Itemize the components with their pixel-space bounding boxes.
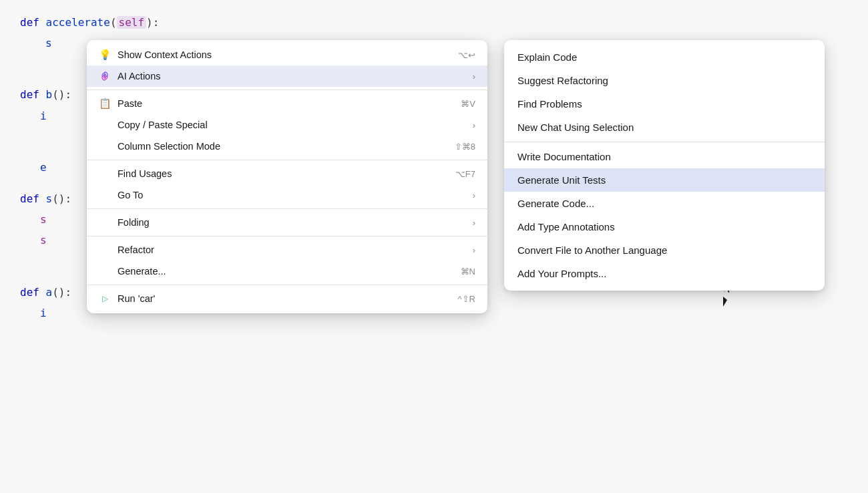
- menu-item-paste[interactable]: 📋 Paste ⌘V: [87, 93, 487, 114]
- run-car-shortcut: ^⇧R: [458, 294, 476, 304]
- explain-code-label: Explain Code: [517, 51, 577, 63]
- add-type-annotations-label: Add Type Annotations: [517, 221, 615, 232]
- copy-paste-special-label: Copy / Paste Special: [118, 120, 461, 130]
- menu-item-find-usages[interactable]: Find Usages ⌥F7: [87, 163, 487, 184]
- menu-item-column-selection[interactable]: Column Selection Mode ⇧⌘8: [87, 136, 487, 157]
- ai-actions-submenu: Explain Code Suggest Refactoring Find Pr…: [504, 40, 825, 291]
- folding-label: Folding: [118, 217, 461, 228]
- menu-item-copy-paste-special[interactable]: Copy / Paste Special ›: [87, 114, 487, 136]
- submenu-item-generate-unit-tests[interactable]: Generate Unit Tests: [504, 168, 825, 192]
- convert-file-label: Convert File to Another Language: [517, 244, 667, 256]
- menu-item-ai-actions[interactable]: AI Actions ›: [87, 65, 487, 87]
- submenu-item-suggest-refactoring[interactable]: Suggest Refactoring: [504, 69, 825, 92]
- separator-2: [87, 160, 487, 160]
- generate-code-label: Generate Code...: [517, 198, 594, 209]
- suggest-refactoring-label: Suggest Refactoring: [517, 75, 608, 86]
- separator-1: [87, 90, 487, 90]
- add-prompts-label: Add Your Prompts...: [517, 268, 606, 279]
- column-selection-label: Column Selection Mode: [118, 141, 448, 152]
- separator-3: [87, 208, 487, 209]
- submenu-item-add-type-annotations[interactable]: Add Type Annotations: [504, 215, 825, 238]
- run-icon: ▷: [99, 293, 111, 305]
- submenu-item-generate-code[interactable]: Generate Code...: [504, 192, 825, 215]
- menu-item-go-to[interactable]: Go To ›: [87, 184, 487, 206]
- submenu-separator-1: [504, 142, 825, 142]
- paste-label: Paste: [118, 98, 454, 109]
- column-selection-icon: [99, 140, 111, 152]
- copy-paste-icon: [99, 119, 111, 131]
- generate-icon: [99, 265, 111, 277]
- copy-paste-arrow: ›: [473, 120, 475, 130]
- separator-5: [87, 285, 487, 285]
- menu-item-refactor[interactable]: Refactor ›: [87, 239, 487, 261]
- ai-actions-arrow: ›: [473, 71, 475, 81]
- go-to-arrow: ›: [473, 190, 475, 200]
- refactor-label: Refactor: [118, 244, 461, 255]
- submenu-item-write-docs[interactable]: Write Documentation: [504, 145, 825, 168]
- menu-item-show-context-actions[interactable]: 💡 Show Context Actions ⌥↩: [87, 44, 487, 65]
- separator-4: [87, 236, 487, 236]
- find-usages-shortcut: ⌥F7: [455, 169, 475, 179]
- generate-unit-tests-label: Generate Unit Tests: [517, 174, 606, 186]
- generate-shortcut: ⌘N: [461, 267, 475, 277]
- menu-item-run-car[interactable]: ▷ Run 'car' ^⇧R: [87, 288, 487, 309]
- show-context-actions-shortcut: ⌥↩: [458, 50, 475, 60]
- lightbulb-icon: 💡: [99, 49, 111, 61]
- refactor-icon: [99, 244, 111, 256]
- submenu-item-add-prompts[interactable]: Add Your Prompts...: [504, 262, 825, 285]
- column-selection-shortcut: ⇧⌘8: [455, 142, 475, 152]
- go-to-label: Go To: [118, 190, 461, 200]
- context-menu: 💡 Show Context Actions ⌥↩ AI Actions › 📋…: [87, 40, 487, 313]
- submenu-item-find-problems[interactable]: Find Problems: [504, 92, 825, 116]
- submenu-item-explain-code[interactable]: Explain Code: [504, 45, 825, 69]
- ai-spiral-icon: [99, 70, 111, 82]
- refactor-arrow: ›: [473, 245, 475, 255]
- run-car-label: Run 'car': [118, 293, 451, 304]
- submenu-item-new-chat[interactable]: New Chat Using Selection: [504, 116, 825, 139]
- folding-icon: [99, 216, 111, 228]
- paste-icon: 📋: [99, 98, 111, 110]
- generate-label: Generate...: [118, 266, 454, 277]
- ai-actions-label: AI Actions: [118, 71, 461, 81]
- write-docs-label: Write Documentation: [517, 151, 611, 162]
- find-usages-icon: [99, 168, 111, 180]
- menu-item-folding[interactable]: Folding ›: [87, 212, 487, 233]
- go-to-icon: [99, 189, 111, 201]
- submenu-item-convert-file[interactable]: Convert File to Another Language: [504, 238, 825, 262]
- find-problems-label: Find Problems: [517, 98, 582, 110]
- paste-shortcut: ⌘V: [461, 99, 475, 109]
- menu-item-generate[interactable]: Generate... ⌘N: [87, 261, 487, 282]
- find-usages-label: Find Usages: [118, 168, 449, 179]
- show-context-actions-label: Show Context Actions: [118, 49, 451, 60]
- folding-arrow: ›: [473, 218, 475, 228]
- new-chat-label: New Chat Using Selection: [517, 122, 634, 133]
